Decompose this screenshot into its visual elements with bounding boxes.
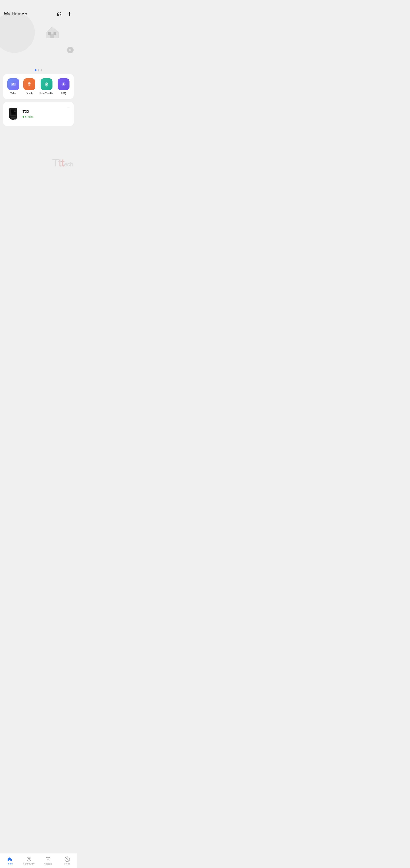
carousel-dot-3[interactable] bbox=[40, 69, 42, 71]
carousel-dot-2[interactable] bbox=[38, 69, 39, 71]
device-status: Online bbox=[23, 115, 70, 119]
quick-action-postvendita[interactable]: Post-Vendita bbox=[39, 78, 54, 95]
svg-text:?: ? bbox=[63, 83, 65, 86]
svg-rect-3 bbox=[48, 32, 51, 35]
svg-rect-19 bbox=[10, 118, 16, 119]
svg-rect-24 bbox=[10, 114, 12, 114]
quick-action-ricetta[interactable]: Ricetta bbox=[23, 78, 35, 95]
hero-area bbox=[0, 20, 77, 69]
svg-point-21 bbox=[11, 119, 15, 120]
carousel-dot-1[interactable] bbox=[35, 69, 36, 71]
faq-label: FAQ bbox=[61, 92, 66, 95]
device-card[interactable]: T22 Online ··· bbox=[3, 102, 73, 126]
close-button[interactable] bbox=[67, 47, 73, 53]
quick-action-faq[interactable]: ? FAQ bbox=[58, 78, 69, 95]
hero-house-icon bbox=[44, 24, 61, 41]
device-image bbox=[6, 106, 20, 122]
quick-action-video[interactable]: Video bbox=[7, 78, 19, 95]
device-name: T22 bbox=[23, 110, 70, 114]
device-status-label: Online bbox=[25, 115, 33, 119]
device-more-button[interactable]: ··· bbox=[67, 105, 71, 109]
ricetta-icon-bg bbox=[23, 78, 35, 90]
quick-actions-card: Video Ricetta Post-Vendita ? bbox=[3, 74, 73, 99]
svg-point-11 bbox=[28, 83, 31, 84]
status-dot-icon bbox=[23, 116, 24, 118]
svg-rect-23 bbox=[10, 113, 12, 113]
video-label: Video bbox=[10, 92, 17, 95]
ricetta-label: Ricetta bbox=[26, 92, 33, 95]
postvendita-label: Post-Vendita bbox=[39, 92, 54, 95]
video-icon-bg bbox=[7, 78, 19, 90]
svg-point-22 bbox=[14, 111, 15, 112]
carousel-dots bbox=[0, 69, 77, 71]
add-button[interactable] bbox=[66, 11, 73, 17]
header-icons bbox=[56, 11, 73, 17]
headset-button[interactable] bbox=[56, 11, 63, 17]
faq-icon-bg: ? bbox=[58, 78, 69, 90]
svg-rect-12 bbox=[29, 85, 30, 86]
device-info: T22 Online bbox=[23, 110, 70, 119]
svg-rect-4 bbox=[54, 32, 56, 35]
postvendita-icon-bg bbox=[40, 78, 53, 90]
